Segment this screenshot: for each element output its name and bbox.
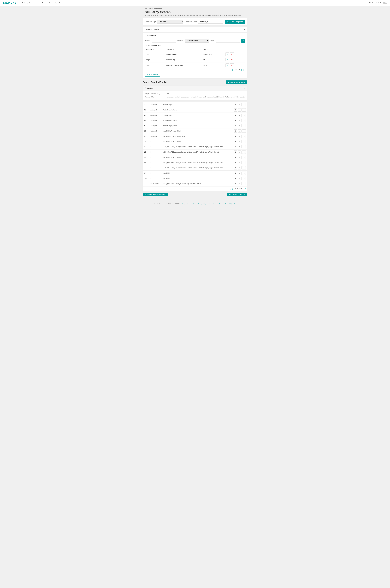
list-item: 64 B Lead Finish ℹ ⧉ ✎: [143, 171, 247, 176]
start-similarity-search-button[interactable]: ▶ Start Similarity Search: [226, 80, 247, 84]
view-details-button[interactable]: ℹ: [234, 177, 237, 180]
view-details-button[interactable]: ℹ: [234, 108, 237, 111]
nav-added-components[interactable]: Added Components: [37, 2, 51, 4]
edit-filter-button[interactable]: ✎: [226, 63, 229, 67]
view-details-button[interactable]: ℹ: [234, 119, 237, 122]
edit-result-button[interactable]: ✎: [242, 114, 246, 117]
similarity-detector-toggle[interactable]: [383, 2, 387, 4]
copy-button[interactable]: ⧉: [238, 177, 242, 180]
filters-section-header[interactable]: Filters (3 Applied) ∧: [143, 27, 247, 33]
copy-button[interactable]: ⧉: [238, 103, 242, 106]
suggest-similar-component-button[interactable]: ✎ Suggest Similar Component: [143, 193, 168, 196]
results-prev-page-btn[interactable]: ⟨: [232, 188, 233, 190]
edit-result-button[interactable]: ✎: [242, 103, 246, 106]
copy-button[interactable]: ⧉: [238, 172, 242, 175]
edit-result-button[interactable]: ✎: [242, 161, 246, 164]
copy-button[interactable]: ⧉: [238, 135, 242, 138]
add-new-component-button[interactable]: + Add New Component: [227, 193, 247, 196]
edit-result-button[interactable]: ✎: [242, 156, 246, 159]
view-details-button[interactable]: ℹ: [234, 166, 237, 169]
edit-filter-button[interactable]: ✎: [226, 58, 229, 61]
delete-filter-button[interactable]: 🗑: [230, 63, 234, 67]
component-name-input[interactable]: [198, 20, 223, 24]
edit-result-button[interactable]: ✎: [242, 177, 246, 180]
copy-button[interactable]: ⧉: [238, 145, 242, 148]
copy-button[interactable]: ⧉: [238, 156, 242, 159]
search-component-button[interactable]: 🔍 Search Component: [225, 20, 245, 24]
results-table: 32 A/Upgrade Product Height ℹ ⧉ ✎ 33 A/U…: [143, 102, 247, 186]
copy-button[interactable]: ⧉: [238, 150, 242, 154]
result-actions-cell: ℹ ⧉ ✎: [231, 139, 247, 144]
view-details-button[interactable]: ℹ: [234, 145, 237, 148]
footer-terms-of-use[interactable]: Terms of Use: [219, 203, 227, 205]
edit-result-button[interactable]: ✎: [242, 129, 246, 133]
filter-attr-cell: price: [145, 62, 165, 68]
view-details-button[interactable]: ℹ: [234, 124, 237, 127]
footer-cookie-notice[interactable]: Cookie Notice: [208, 203, 217, 205]
filters-section-title: Filters (3 Applied): [145, 29, 159, 31]
view-details-button[interactable]: ℹ: [234, 135, 237, 138]
value-input[interactable]: [216, 39, 240, 43]
component-type-select[interactable]: Capacitors: [157, 20, 183, 24]
results-table-section: 32 A/Upgrade Product Height ℹ ⧉ ✎ 33 A/U…: [143, 102, 247, 191]
edit-result-button[interactable]: ✎: [242, 119, 246, 122]
edit-result-button[interactable]: ✎: [242, 172, 246, 175]
add-filter-button[interactable]: +: [241, 39, 245, 43]
view-details-button[interactable]: ℹ: [234, 182, 237, 185]
filter-first-page-btn[interactable]: ⟨⟨: [230, 69, 231, 71]
view-details-button[interactable]: ℹ: [234, 114, 237, 117]
edit-result-button[interactable]: ✎: [242, 140, 246, 143]
results-first-page-btn[interactable]: ⟨⟨: [230, 188, 231, 190]
copy-button[interactable]: ⧉: [238, 114, 242, 117]
copy-button[interactable]: ⧉: [238, 161, 242, 164]
footer-corporate-info[interactable]: Corporate Information: [182, 203, 195, 205]
nav-similarity-search[interactable]: Similarity Search: [22, 2, 34, 4]
nav-sign-out[interactable]: ⎋ Sign Out: [53, 2, 61, 4]
edit-result-button[interactable]: ✎: [242, 150, 246, 154]
edit-result-button[interactable]: ✎: [242, 135, 246, 138]
edit-result-button[interactable]: ✎: [242, 166, 246, 169]
results-title: Search Results For ID 21: [143, 81, 169, 84]
table-row: price <= (less or equals than) 0.02617 ✎…: [145, 62, 245, 68]
results-next-page-btn[interactable]: ⟩: [243, 188, 244, 190]
attr-sort-icon[interactable]: ⇅: [153, 49, 154, 50]
edit-result-button[interactable]: ✎: [242, 145, 246, 148]
edit-result-button[interactable]: ✎: [242, 124, 246, 127]
val-sort-icon[interactable]: ⇅: [207, 49, 208, 50]
footer-digital-id[interactable]: Digital ID: [230, 203, 235, 205]
copy-button[interactable]: ⧉: [238, 166, 242, 169]
view-details-button[interactable]: ℹ: [234, 172, 237, 175]
op-sort-icon[interactable]: ⇅: [173, 49, 174, 50]
edit-result-button[interactable]: ✎: [242, 182, 246, 185]
filter-last-page-btn[interactable]: ⟩⟩: [243, 69, 244, 71]
view-details-button[interactable]: ℹ: [234, 129, 237, 133]
copy-button[interactable]: ⧉: [238, 140, 242, 143]
filters-section-body: New Filter Attribute Operator Select Ope…: [143, 33, 247, 79]
delete-filter-button[interactable]: 🗑: [230, 58, 234, 61]
remove-all-filters-button[interactable]: Remove all filters: [145, 73, 160, 77]
view-details-button[interactable]: ℹ: [234, 140, 237, 143]
view-details-button[interactable]: ℹ: [234, 156, 237, 159]
edit-result-button[interactable]: ✎: [242, 108, 246, 111]
filter-next-page-btn[interactable]: ⟩: [241, 69, 242, 71]
filter-prev-page-btn[interactable]: ⟨: [232, 69, 233, 71]
copy-button[interactable]: ⧉: [238, 108, 242, 111]
copy-button[interactable]: ⧉: [238, 119, 242, 122]
footer-privacy-policy[interactable]: Privacy Policy: [198, 203, 206, 205]
results-last-page-btn[interactable]: ⟩⟩: [244, 188, 246, 190]
operator-select[interactable]: Select Operator: [185, 39, 209, 43]
attribute-input[interactable]: [152, 39, 176, 43]
view-details-button[interactable]: ℹ: [234, 150, 237, 154]
request-duration-row: Request Duration (in s) 0.61: [145, 92, 245, 95]
edit-filter-button[interactable]: ✎: [226, 52, 229, 56]
copy-button[interactable]: ⧉: [238, 182, 242, 185]
list-item: 81 A/Upgrade Product Height, Temp ℹ ⧉ ✎: [143, 118, 247, 123]
similarity-detector-label: Similarity Detector: [369, 2, 382, 4]
view-details-button[interactable]: ℹ: [234, 161, 237, 164]
result-differences-cell: Product Height: [161, 113, 231, 118]
view-details-button[interactable]: ℹ: [234, 103, 237, 106]
delete-filter-button[interactable]: 🗑: [230, 52, 234, 56]
properties-header[interactable]: Properties ∧: [143, 86, 247, 91]
copy-button[interactable]: ⧉: [238, 129, 242, 133]
copy-button[interactable]: ⧉: [238, 124, 242, 127]
